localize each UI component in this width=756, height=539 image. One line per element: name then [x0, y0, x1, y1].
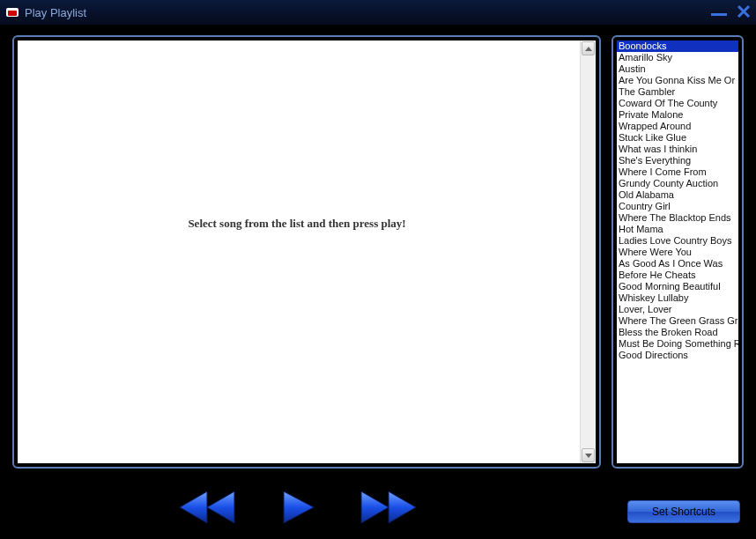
svg-marker-9	[389, 491, 416, 523]
close-button[interactable]	[735, 4, 752, 19]
list-item[interactable]: Are You Gonna Kiss Me Or Not	[617, 75, 738, 86]
list-item[interactable]: Wrapped Around	[617, 121, 738, 132]
minimize-icon	[711, 6, 727, 17]
list-item[interactable]: She's Everything	[617, 155, 738, 166]
list-item[interactable]: Amarillo Sky	[617, 52, 738, 63]
list-item[interactable]: Coward Of The County	[617, 98, 738, 109]
list-item[interactable]: Private Malone	[617, 109, 738, 121]
list-item[interactable]: Austin	[617, 63, 738, 75]
video-pane: Select song from the list and then press…	[12, 35, 601, 469]
svg-marker-6	[207, 491, 234, 523]
transport-controls	[176, 488, 419, 530]
client-area: Select song from the list and then press…	[0, 25, 756, 539]
fast-forward-icon	[358, 488, 419, 527]
chevron-up-icon	[585, 47, 592, 51]
list-item[interactable]: What was I thinkin	[617, 144, 738, 155]
list-item[interactable]: Ladies Love Country Boys	[617, 235, 738, 247]
svg-marker-4	[585, 454, 592, 458]
minimize-button[interactable]	[710, 4, 728, 19]
scroll-down-button[interactable]	[582, 448, 595, 462]
playlist-pane: BoondocksAmarillo SkyAustinAre You Gonna…	[611, 35, 744, 469]
svg-rect-0	[711, 13, 727, 16]
list-item[interactable]: Good Directions	[617, 350, 738, 361]
window-controls	[710, 4, 752, 19]
list-item[interactable]: Bless the Broken Road	[617, 327, 738, 338]
video-area: Select song from the list and then press…	[18, 41, 596, 463]
play-icon	[278, 488, 317, 527]
next-button[interactable]	[358, 488, 419, 530]
list-item[interactable]: Where The Blacktop Ends	[617, 212, 738, 224]
list-item[interactable]: Stuck Like Glue	[617, 132, 738, 144]
svg-marker-3	[585, 47, 592, 51]
list-item[interactable]: Whiskey Lullaby	[617, 292, 738, 304]
list-item[interactable]: Hot Mama	[617, 224, 738, 235]
list-item[interactable]: Grundy County Auction	[617, 178, 738, 189]
set-shortcuts-button[interactable]: Set Shortcuts	[627, 500, 740, 523]
list-item[interactable]: Must Be Doing Something Right	[617, 338, 738, 350]
chevron-down-icon	[585, 454, 592, 458]
list-item[interactable]: Where The Green Grass Grows	[617, 315, 738, 327]
list-item[interactable]: Lover, Lover	[617, 304, 738, 315]
close-icon	[737, 4, 751, 18]
app-icon	[5, 5, 19, 19]
content-row: Select song from the list and then press…	[12, 35, 744, 469]
list-item[interactable]: Old Alabama	[617, 189, 738, 201]
rewind-icon	[176, 488, 238, 527]
svg-marker-8	[361, 491, 389, 523]
playlist-listbox[interactable]: BoondocksAmarillo SkyAustinAre You Gonna…	[617, 41, 738, 463]
svg-marker-7	[284, 491, 314, 523]
play-button[interactable]	[278, 488, 317, 530]
list-item[interactable]: The Gambler	[617, 86, 738, 98]
list-item[interactable]: Where I Come From	[617, 166, 738, 178]
scroll-up-button[interactable]	[582, 41, 595, 55]
svg-marker-5	[180, 491, 207, 523]
list-item[interactable]: Boondocks	[617, 41, 738, 52]
list-item[interactable]: Before He Cheats	[617, 270, 738, 281]
window-title: Play Playlist	[25, 6, 86, 19]
list-item[interactable]: Good Morning Beautiful	[617, 281, 738, 292]
list-item[interactable]: As Good As I Once Was	[617, 258, 738, 270]
controls-row: Set Shortcuts	[0, 476, 756, 539]
list-item[interactable]: Country Girl	[617, 201, 738, 212]
previous-button[interactable]	[176, 488, 238, 530]
video-placeholder-message: Select song from the list and then press…	[18, 41, 576, 463]
titlebar: Play Playlist	[0, 0, 756, 25]
video-scrollbar[interactable]	[580, 41, 596, 463]
list-item[interactable]: Where Were You	[617, 247, 738, 258]
